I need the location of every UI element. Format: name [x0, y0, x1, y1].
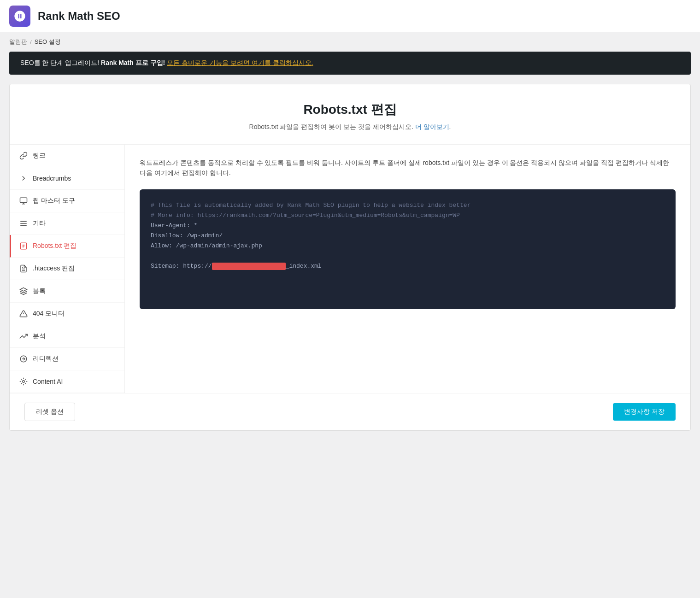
svg-marker-9	[20, 288, 27, 292]
reset-button[interactable]: 리셋 옵션	[24, 403, 75, 421]
sidebar-item-breadcrumbs[interactable]: Breadcrumbs	[10, 167, 124, 190]
sidebar-item-links-label: 링크	[33, 152, 46, 160]
sidebar-item-links[interactable]: 링크	[10, 145, 124, 167]
promo-banner: SEO를 한 단계 업그레이드! Rank Math 프로 구입! 모든 흥미로…	[9, 52, 691, 75]
monitor404-icon	[19, 309, 28, 318]
sidebar-item-breadcrumbs-label: Breadcrumbs	[33, 175, 71, 182]
sidebar-item-404-label: 404 모니터	[33, 310, 65, 318]
sidebar-nav: 링크 Breadcrumbs 웹 마스터 도	[10, 145, 125, 393]
sidebar-item-other-label: 기타	[33, 219, 46, 228]
sitemap-prefix: Sitemap: https://	[151, 263, 212, 270]
app-logo	[9, 6, 30, 27]
sidebar-item-other[interactable]: 기타	[10, 212, 124, 235]
analytics-icon	[19, 332, 28, 341]
sidebar-item-blocks-label: 블록	[33, 287, 46, 295]
promo-bold: Rank Math 프로 구입!	[101, 59, 165, 66]
webmaster-icon	[19, 196, 28, 205]
breadcrumb-current: SEO 설정	[35, 38, 61, 46]
promo-link[interactable]: 모든 흥미로운 기능을 보려면 여기를 클릭하십시오.	[167, 59, 313, 66]
code-line-3: User-Agent: *	[151, 221, 665, 231]
content-description: 워드프레스가 콘텐츠를 동적으로 처리할 수 있도록 필드를 비워 둡니다. 사…	[140, 158, 676, 178]
svg-point-14	[23, 381, 25, 383]
robots-icon	[19, 241, 28, 251]
learn-more-link[interactable]: 더 알아보기	[415, 123, 449, 130]
page-title: Robots.txt 편집	[19, 101, 681, 118]
code-line-6	[151, 251, 665, 261]
contentai-icon	[19, 377, 28, 386]
breadcrumb-home[interactable]: 알림판	[9, 38, 27, 46]
sidebar-item-blocks[interactable]: 블록	[10, 280, 124, 303]
sidebar-item-robots-label: Robots.txt 편집	[33, 242, 76, 250]
links-icon	[19, 151, 28, 160]
code-line-2: # More info: https://rankmath.com/?utm_s…	[151, 211, 665, 221]
app-title: Rank Math SEO	[38, 10, 120, 23]
code-line-5: Allow: /wp-admin/admin-ajax.php	[151, 241, 665, 251]
save-button[interactable]: 변경사항 저장	[613, 403, 676, 421]
sidebar-item-webmaster[interactable]: 웹 마스터 도구	[10, 190, 124, 212]
sidebar-item-redirects[interactable]: 리디렉션	[10, 348, 124, 370]
sidebar-item-htaccess-label: .htaccess 편집	[33, 264, 75, 273]
breadcrumb-separator: /	[30, 39, 32, 46]
sidebar-item-robots[interactable]: Robots.txt 편집	[10, 235, 124, 258]
app-header: Rank Math SEO	[0, 0, 700, 32]
sidebar-item-contentai-label: Content AI	[33, 378, 63, 385]
code-line-1: # This file is automatically added by Ra…	[151, 200, 665, 211]
htaccess-icon	[19, 264, 28, 273]
page-header: Robots.txt 편집 Robots.txt 파일을 편집하여 봇이 보는 …	[10, 84, 690, 145]
sidebar-item-redirects-label: 리디렉션	[33, 355, 59, 363]
footer-bar: 리셋 옵션 변경사항 저장	[10, 393, 690, 430]
page-subtitle: Robots.txt 파일을 편집하여 봇이 보는 것을 제어하십시오. 더 알…	[19, 123, 681, 131]
sitemap-suffix: _index.xml	[286, 263, 322, 270]
robots-editor[interactable]: # This file is automatically added by Ra…	[140, 189, 676, 309]
sidebar-item-404[interactable]: 404 모니터	[10, 303, 124, 325]
sitemap-url-redacted	[212, 263, 286, 270]
blocks-icon	[19, 287, 28, 296]
main-container: Robots.txt 편집 Robots.txt 파일을 편집하여 봇이 보는 …	[9, 84, 691, 431]
content-panel: 워드프레스가 콘텐츠를 동적으로 처리할 수 있도록 필드를 비워 둡니다. 사…	[125, 145, 690, 393]
two-col-layout: 링크 Breadcrumbs 웹 마스터 도	[10, 145, 690, 393]
sidebar-item-webmaster-label: 웹 마스터 도구	[33, 197, 75, 205]
promo-text: SEO를 한 단계 업그레이드!	[20, 59, 101, 66]
breadcrumbs-icon	[19, 174, 28, 183]
breadcrumb: 알림판 / SEO 설정	[0, 32, 700, 52]
svg-rect-0	[20, 198, 27, 203]
sidebar-item-analytics[interactable]: 분석	[10, 325, 124, 348]
sidebar-item-analytics-label: 분석	[33, 332, 46, 340]
sidebar-item-htaccess[interactable]: .htaccess 편집	[10, 258, 124, 280]
redirects-icon	[19, 354, 28, 363]
code-line-7: Sitemap: https://_index.xml	[151, 261, 665, 271]
sidebar-item-contentai[interactable]: Content AI	[10, 370, 124, 393]
code-line-4: Disallow: /wp-admin/	[151, 231, 665, 241]
other-icon	[19, 219, 28, 228]
